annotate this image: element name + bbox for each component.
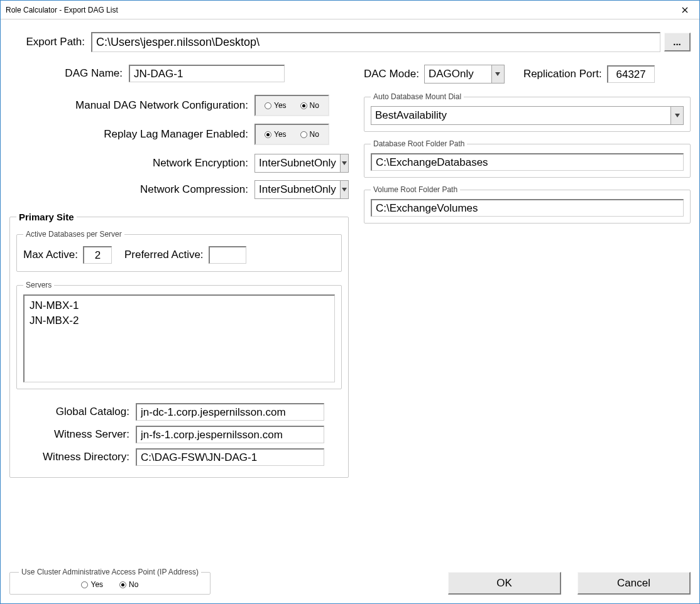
- dbroot-input[interactable]: [371, 153, 684, 171]
- close-icon: [682, 7, 688, 13]
- dbroot-legend: Database Root Folder Path: [371, 139, 467, 148]
- cancel-button[interactable]: Cancel: [577, 572, 691, 595]
- net-compression-label: Network Compression:: [9, 183, 254, 196]
- witness-server-label: Witness Server:: [16, 428, 136, 441]
- chevron-down-icon: [340, 181, 348, 198]
- dag-name-label: DAG Name:: [9, 67, 129, 80]
- net-encryption-label: Network Encryption:: [9, 157, 254, 170]
- ok-button[interactable]: OK: [448, 572, 561, 595]
- net-encryption-combo[interactable]: InterSubnetOnly: [254, 154, 349, 173]
- dialog-window: Role Calculator - Export DAG List Export…: [0, 0, 700, 604]
- preferred-active-label: Preferred Active:: [112, 249, 209, 261]
- manual-dag-net-yes[interactable]: Yes: [265, 101, 287, 110]
- titlebar: Role Calculator - Export DAG List: [1, 1, 699, 19]
- left-column: DAG Name: Manual DAG Network Configurati…: [9, 65, 349, 478]
- servers-legend: Servers: [23, 281, 54, 289]
- witness-server-input[interactable]: [136, 426, 324, 443]
- max-active-label: Max Active:: [23, 249, 83, 261]
- replay-lag-label: Replay Lag Manager Enabled:: [9, 128, 254, 141]
- net-compression-combo[interactable]: InterSubnetOnly: [254, 180, 349, 199]
- cluster-ap-group: Use Cluster Administrative Access Point …: [9, 568, 211, 595]
- export-path-label: Export Path:: [9, 36, 91, 48]
- volroot-legend: Volume Root Folder Path: [371, 185, 460, 194]
- dac-mode-combo[interactable]: DAGOnly: [424, 65, 505, 84]
- list-item[interactable]: JN-MBX-2: [30, 313, 329, 328]
- automount-legend: Auto Database Mount Dial: [371, 92, 464, 101]
- volroot-input[interactable]: [371, 199, 684, 217]
- cluster-ap-legend: Use Cluster Administrative Access Point …: [19, 568, 201, 576]
- close-button[interactable]: [670, 1, 699, 19]
- window-title: Role Calculator - Export DAG List: [6, 6, 118, 14]
- manual-dag-net-radios: Yes No: [254, 95, 329, 116]
- replay-lag-radios: Yes No: [254, 124, 329, 145]
- net-compression-value: InterSubnetOnly: [255, 181, 340, 198]
- servers-group: Servers JN-MBX-1JN-MBX-2: [16, 281, 342, 389]
- automount-combo[interactable]: BestAvailability: [371, 106, 684, 125]
- cluster-ap-no[interactable]: No: [119, 580, 138, 589]
- chevron-down-icon: [340, 154, 348, 172]
- net-encryption-value: InterSubnetOnly: [255, 154, 340, 172]
- automount-value: BestAvailability: [371, 107, 670, 124]
- browse-button[interactable]: ...: [664, 33, 691, 51]
- dac-mode-value: DAGOnly: [425, 65, 491, 83]
- bottom-bar: Use Cluster Administrative Access Point …: [9, 568, 691, 595]
- chevron-down-icon: [491, 65, 504, 83]
- right-column: DAC Mode: DAGOnly Replication Port: Auto…: [364, 65, 691, 478]
- list-item[interactable]: JN-MBX-1: [30, 298, 329, 313]
- volroot-group: Volume Root Folder Path: [364, 185, 691, 224]
- manual-dag-net-label: Manual DAG Network Configuration:: [9, 99, 254, 112]
- global-catalog-input[interactable]: [136, 403, 324, 421]
- witness-directory-label: Witness Directory:: [16, 451, 136, 463]
- dac-mode-label: DAC Mode:: [364, 68, 424, 80]
- dag-name-input[interactable]: [129, 65, 285, 82]
- replay-lag-yes[interactable]: Yes: [265, 130, 287, 139]
- export-path-input[interactable]: [91, 32, 660, 52]
- primary-site-legend: Primary Site: [16, 212, 77, 222]
- replication-port-label: Replication Port:: [505, 68, 607, 80]
- replication-port-input[interactable]: [607, 65, 655, 83]
- servers-list[interactable]: JN-MBX-1JN-MBX-2: [23, 294, 335, 382]
- dbroot-group: Database Root Folder Path: [364, 139, 691, 178]
- dialog-content: Export Path: ... DAG Name: Manual DAG Ne…: [1, 19, 699, 603]
- max-active-input[interactable]: [83, 246, 112, 264]
- preferred-active-input[interactable]: [209, 246, 246, 264]
- export-path-row: Export Path: ...: [9, 32, 691, 52]
- global-catalog-label: Global Catalog:: [16, 406, 136, 418]
- automount-group: Auto Database Mount Dial BestAvailabilit…: [364, 92, 691, 132]
- cluster-ap-yes[interactable]: Yes: [81, 580, 103, 589]
- chevron-down-icon: [670, 107, 683, 124]
- active-db-group: Active Databases per Server Max Active: …: [16, 230, 342, 272]
- manual-dag-net-no[interactable]: No: [300, 101, 319, 110]
- witness-directory-input[interactable]: [136, 448, 324, 466]
- replay-lag-no[interactable]: No: [300, 130, 319, 139]
- primary-site-group: Primary Site Active Databases per Server…: [9, 212, 349, 478]
- active-db-legend: Active Databases per Server: [23, 230, 124, 239]
